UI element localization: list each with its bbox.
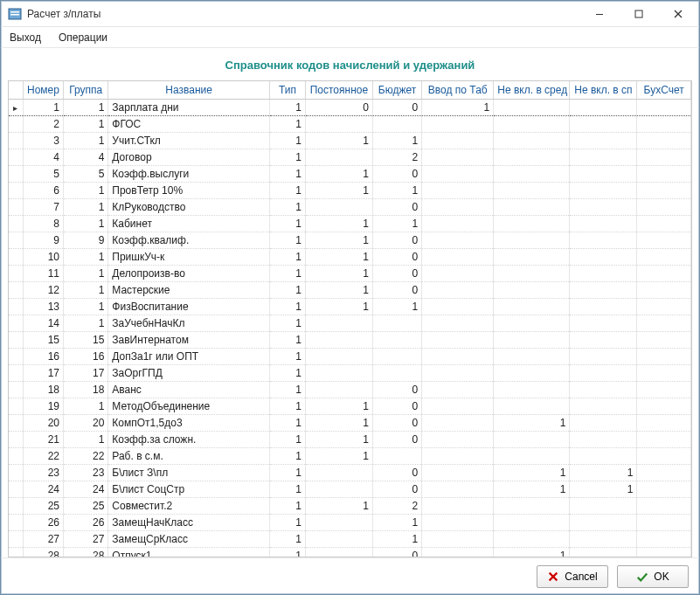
cell[interactable] xyxy=(637,381,691,398)
cell[interactable]: 1 xyxy=(64,265,108,281)
cell[interactable]: Делопроизв-во xyxy=(108,265,270,281)
cell[interactable] xyxy=(494,165,570,182)
cell[interactable]: 1 xyxy=(269,265,305,281)
cell[interactable]: 1 xyxy=(23,99,63,115)
minimize-button[interactable] xyxy=(579,2,619,26)
cell[interactable]: 1 xyxy=(269,381,305,398)
cell[interactable] xyxy=(305,331,372,348)
cell[interactable] xyxy=(494,497,570,514)
cell[interactable] xyxy=(422,115,494,132)
cell[interactable] xyxy=(570,514,637,530)
cell[interactable] xyxy=(305,464,372,481)
cell[interactable] xyxy=(494,265,570,281)
cell[interactable]: ПришкУч-к xyxy=(108,248,270,265)
cell[interactable]: 1 xyxy=(305,265,372,281)
cell[interactable]: 1 xyxy=(305,182,372,198)
cell[interactable] xyxy=(372,348,421,364)
cell[interactable]: 24 xyxy=(23,481,63,497)
cell[interactable] xyxy=(637,364,691,381)
cell[interactable] xyxy=(422,198,494,215)
cell[interactable] xyxy=(570,281,637,298)
cell[interactable]: 22 xyxy=(23,447,63,464)
cell[interactable] xyxy=(637,348,691,364)
cell[interactable] xyxy=(305,381,372,398)
table-row[interactable]: 2020КомпОт1,5до31101 xyxy=(9,414,691,431)
table-row[interactable]: 2222Раб. в с.м.11 xyxy=(9,447,691,464)
cell[interactable]: 1 xyxy=(269,248,305,265)
cell[interactable]: 9 xyxy=(64,232,108,248)
cell[interactable] xyxy=(637,165,691,182)
cell[interactable]: 0 xyxy=(372,431,421,447)
cell[interactable] xyxy=(637,198,691,215)
cell[interactable]: 1 xyxy=(269,315,305,331)
cell[interactable]: 27 xyxy=(64,530,108,547)
cell[interactable] xyxy=(570,115,637,132)
cell[interactable]: 17 xyxy=(23,364,63,381)
cell[interactable] xyxy=(570,132,637,149)
table-row[interactable]: 2525Совместит.2112 xyxy=(9,497,691,514)
cell[interactable] xyxy=(494,215,570,232)
table-row[interactable]: 81Кабинет111 xyxy=(9,215,691,232)
cell[interactable]: 23 xyxy=(64,464,108,481)
cell[interactable]: 1 xyxy=(64,198,108,215)
cell[interactable] xyxy=(494,99,570,115)
cell[interactable]: Совместит.2 xyxy=(108,497,270,514)
cell[interactable] xyxy=(494,149,570,165)
cell[interactable] xyxy=(570,547,637,557)
cell[interactable] xyxy=(637,298,691,315)
cell[interactable] xyxy=(637,248,691,265)
cell[interactable]: 1 xyxy=(269,232,305,248)
close-button[interactable] xyxy=(658,2,697,26)
cell[interactable]: ФизВоспитание xyxy=(108,298,270,315)
cell[interactable]: 0 xyxy=(372,398,421,414)
cell[interactable]: Аванс xyxy=(108,381,270,398)
cell[interactable] xyxy=(570,165,637,182)
cell[interactable]: 0 xyxy=(372,281,421,298)
cell[interactable]: 19 xyxy=(23,398,63,414)
cell[interactable]: 1 xyxy=(269,132,305,149)
cell[interactable]: 1 xyxy=(64,315,108,331)
cell[interactable]: 0 xyxy=(372,232,421,248)
cell[interactable] xyxy=(422,398,494,414)
cell[interactable]: 26 xyxy=(23,514,63,530)
cell[interactable]: 11 xyxy=(23,265,63,281)
cell[interactable]: 1 xyxy=(64,248,108,265)
cell[interactable]: 10 xyxy=(23,248,63,265)
cell[interactable] xyxy=(637,331,691,348)
cell[interactable] xyxy=(305,315,372,331)
cell[interactable] xyxy=(422,514,494,530)
cell[interactable]: Договор xyxy=(108,149,270,165)
col-number[interactable]: Номер xyxy=(23,81,63,99)
cell[interactable] xyxy=(422,364,494,381)
cell[interactable]: 1 xyxy=(269,281,305,298)
cell[interactable]: 1 xyxy=(269,431,305,447)
cell[interactable]: 16 xyxy=(64,348,108,364)
cell[interactable] xyxy=(570,248,637,265)
cell[interactable] xyxy=(422,182,494,198)
cell[interactable]: 0 xyxy=(372,547,421,557)
cell[interactable]: 1 xyxy=(305,431,372,447)
cell[interactable]: 2 xyxy=(372,149,421,165)
cell[interactable]: 18 xyxy=(64,381,108,398)
col-name[interactable]: Название xyxy=(108,81,270,99)
cell[interactable]: Коэфф.выслуги xyxy=(108,165,270,182)
cell[interactable]: 1 xyxy=(422,99,494,115)
cell[interactable]: 1 xyxy=(305,298,372,315)
cell[interactable]: 21 xyxy=(23,431,63,447)
table-row[interactable]: 1616ДопЗа1г или ОПТ1 xyxy=(9,348,691,364)
cell[interactable] xyxy=(494,298,570,315)
cell[interactable] xyxy=(637,215,691,232)
table-row[interactable]: 1515ЗавИнтернатом1 xyxy=(9,331,691,348)
cell[interactable] xyxy=(422,414,494,431)
cell[interactable] xyxy=(305,115,372,132)
cell[interactable] xyxy=(637,431,691,447)
cell[interactable] xyxy=(494,398,570,414)
cell[interactable]: 1 xyxy=(269,464,305,481)
menu-exit[interactable]: Выход xyxy=(6,30,45,45)
cell[interactable] xyxy=(422,281,494,298)
cell[interactable]: 1 xyxy=(269,547,305,557)
cell[interactable]: 1 xyxy=(372,530,421,547)
cell[interactable] xyxy=(305,481,372,497)
cell[interactable]: Мастерские xyxy=(108,281,270,298)
cell[interactable]: 1 xyxy=(305,248,372,265)
